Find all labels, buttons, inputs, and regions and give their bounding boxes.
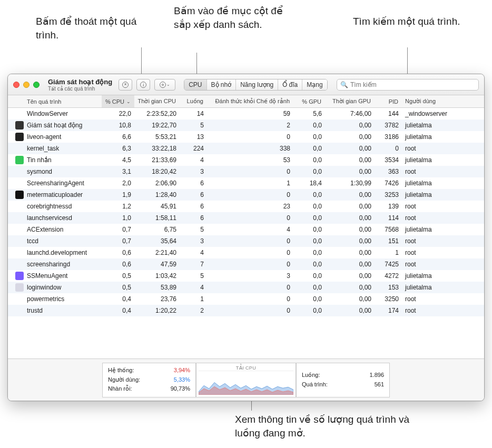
table-row[interactable]: Tin nhắn4,521:33,694530,00,003534julieta… (8, 154, 484, 166)
tab-network[interactable]: Mạng (302, 79, 327, 90)
callout-sort: Bấm vào đề mục cột để sắp xếp danh sách. (174, 4, 300, 31)
column-user[interactable]: Người dùng (402, 95, 476, 107)
process-user-cell: root (402, 168, 476, 175)
callout-search: Tìm kiếm một quá trình. (353, 15, 469, 28)
process-idle-cell: 0 (207, 261, 293, 268)
column-idle-wake[interactable]: Đánh thức khỏi Chế độ rảnh (207, 95, 293, 107)
process-gpu-cell: 0,0 (293, 295, 325, 303)
process-gpu-cell: 0,0 (293, 226, 325, 233)
table-row[interactable]: kernel_task6,333:22,182243380,00,000root (8, 143, 484, 154)
tab-disk[interactable]: Ổ đĩa (278, 79, 302, 90)
process-threads-cell: 4 (180, 249, 207, 256)
process-gpu-cell: 0,0 (293, 133, 325, 141)
process-cputime-cell: 1:03,42 (134, 272, 180, 280)
process-user-cell: root (402, 295, 476, 303)
table-row[interactable]: metermaticuploader1,91:28,40600,00,00325… (8, 189, 484, 201)
tab-cpu[interactable]: CPU (184, 79, 206, 90)
table-row[interactable]: launchd.development0,62:21,40400,00,001r… (8, 247, 484, 258)
column-icon (8, 95, 24, 107)
process-idle-cell: 0 (207, 249, 293, 256)
search-input[interactable] (350, 81, 475, 88)
column-threads[interactable]: Luồng (180, 95, 207, 107)
process-name-cell: powermetrics (24, 295, 102, 303)
tab-bar: CPU Bộ nhớ Năng lượng Ổ đĩa Mạng (184, 79, 327, 91)
process-pid-cell: 174 (375, 307, 402, 314)
process-cpu-cell: 0,4 (102, 295, 134, 303)
table-row[interactable]: sysmond3,118:20,42300,00,00363root (8, 166, 484, 177)
process-idle-cell: 23 (207, 203, 293, 210)
process-gpu-cell: 0,0 (293, 284, 325, 291)
process-idle-cell: 59 (207, 110, 293, 117)
table-row[interactable]: powermetrics0,423,76100,00,003250root (8, 293, 484, 305)
process-idle-cell: 0 (207, 284, 293, 291)
column-gpu-time[interactable]: Thời gian GPU (325, 95, 375, 107)
column-cpu-label: % CPU (105, 98, 124, 105)
search-field[interactable]: 🔍 (337, 79, 479, 91)
process-threads-cell: 4 (180, 284, 207, 291)
column-gpu[interactable]: % GPU (293, 95, 325, 107)
table-row[interactable]: Giám sát hoạt động10,819:22,70520,00,003… (8, 120, 484, 131)
table-row[interactable]: corebrightnessd1,245,916230,00,00139root (8, 201, 484, 212)
table-row[interactable]: SSMenuAgent0,51:03,42530,00,004272juliet… (8, 270, 484, 282)
process-pid-cell: 3253 (375, 191, 402, 198)
chevron-down-icon: ⌄ (166, 82, 170, 87)
process-gputime-cell: 0,00 (325, 249, 375, 256)
table-row[interactable]: ACExtension0,76,75540,00,007568julietalm… (8, 224, 484, 235)
process-user-cell: julietalma (402, 226, 476, 233)
cpu-stats-box: Hệ thống:3,94% Người dùng:5,33% Nhàn rỗi… (102, 363, 196, 397)
column-pid[interactable]: PID (375, 95, 402, 107)
process-name-cell: Tin nhắn (24, 156, 102, 164)
table-row[interactable]: trustd0,41:20,22200,00,00174root (8, 305, 484, 316)
window-title: Giám sát hoạt động (48, 78, 112, 86)
table-row[interactable]: WindowServer22,02:23:52,2014595,67:46,00… (8, 108, 484, 120)
process-gpu-cell: 0,0 (293, 203, 325, 210)
close-window-button[interactable] (13, 82, 19, 88)
process-threads-cell: 5 (180, 226, 207, 233)
table-row[interactable]: screensharingd0,647,59700,00,007425root (8, 258, 484, 270)
minimize-window-button[interactable] (23, 82, 29, 88)
process-icon-cell (8, 272, 24, 280)
process-gpu-cell: 0,0 (293, 191, 325, 198)
process-name-cell: trustd (24, 307, 102, 314)
process-threads-cell: 6 (180, 214, 207, 222)
process-gpu-cell: 0,0 (293, 261, 325, 268)
process-cputime-cell: 33:22,18 (134, 145, 180, 152)
process-name-cell: sysmond (24, 168, 102, 175)
process-gputime-cell: 0,00 (325, 261, 375, 268)
process-idle-cell: 2 (207, 122, 293, 129)
process-name-cell: Giám sát hoạt động (24, 122, 102, 129)
process-cputime-cell: 35,64 (134, 237, 180, 245)
column-cpu[interactable]: % CPU ⌄ (102, 95, 134, 107)
column-cpu-time[interactable]: Thời gian CPU (134, 95, 180, 107)
process-gpu-cell: 0,0 (293, 122, 325, 129)
table-row[interactable]: liveon-agent6,65:53,211300,00,003186juli… (8, 131, 484, 143)
column-name[interactable]: Tên quá trình (24, 95, 102, 107)
quit-process-button[interactable]: × (119, 79, 132, 91)
zoom-window-button[interactable] (33, 82, 40, 88)
callout-quit: Bấm để thoát một quá trình. (36, 15, 141, 42)
process-cputime-cell: 19:22,70 (134, 122, 180, 129)
table-row[interactable]: ScreensharingAgent2,02:06,906118,41:30,9… (8, 177, 484, 189)
info-button[interactable]: i (136, 79, 150, 91)
table-row[interactable]: launchservicesd1,01:58,11600,00,00114roo… (8, 212, 484, 224)
process-user-cell: root (402, 307, 476, 314)
process-name-cell: liveon-agent (24, 133, 102, 141)
process-user-cell: root (402, 203, 476, 210)
table-row[interactable]: loginwindow0,553,89400,00,00153julietalm… (8, 282, 484, 293)
process-pid-cell: 1 (375, 249, 402, 256)
table-row[interactable]: tccd0,735,64300,00,00151root (8, 235, 484, 247)
process-gpu-cell: 0,0 (293, 237, 325, 245)
tab-memory[interactable]: Bộ nhớ (207, 79, 237, 90)
process-idle-cell: 0 (207, 168, 293, 175)
process-table[interactable]: WindowServer22,02:23:52,2014595,67:46,00… (8, 108, 484, 359)
process-gputime-cell: 0,00 (325, 307, 375, 314)
process-gputime-cell: 0,00 (325, 191, 375, 198)
process-user-cell: julietalma (402, 191, 476, 198)
process-threads-cell: 5 (180, 122, 207, 129)
view-options-button[interactable]: ⌄ (154, 79, 175, 91)
stat-system-value: 3,94% (174, 366, 190, 375)
process-cpu-cell: 6,3 (102, 145, 134, 152)
tab-energy[interactable]: Năng lượng (236, 79, 278, 90)
process-idle-cell: 0 (207, 295, 293, 303)
process-threads-cell: 224 (180, 145, 207, 152)
